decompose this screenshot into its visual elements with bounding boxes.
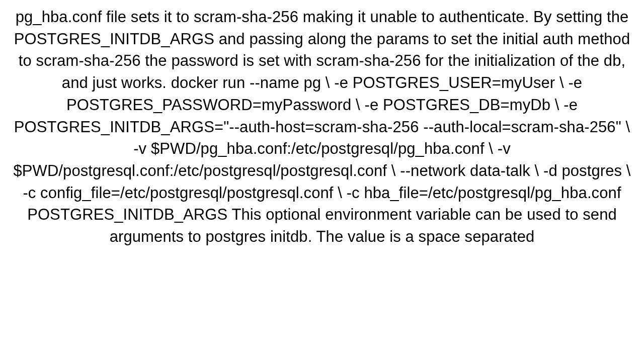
document-text: pg_hba.conf file sets it to scram-sha-25… — [13, 8, 630, 245]
document-body: pg_hba.conf file sets it to scram-sha-25… — [0, 0, 644, 362]
